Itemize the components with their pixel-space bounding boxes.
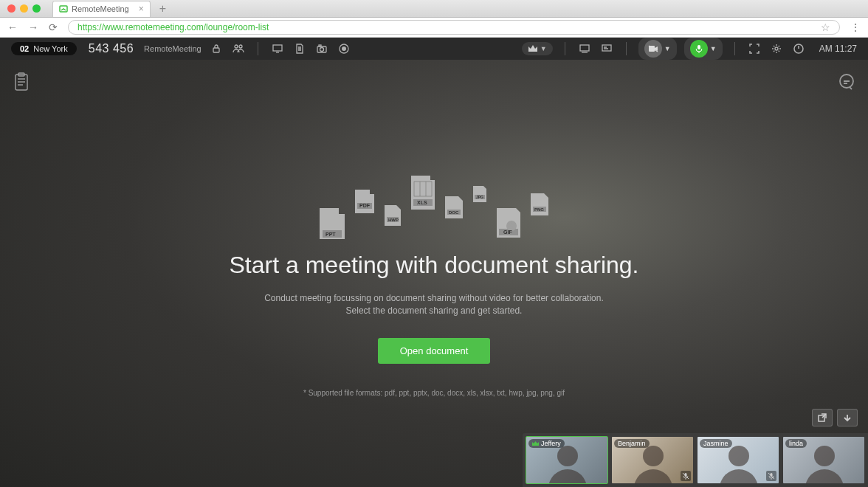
- svg-text:DOC: DOC: [449, 210, 459, 215]
- app-tab-icon: [59, 4, 68, 13]
- file-type-illustration: PPT PDF HWP XLS DOC JPG GIF PNG: [139, 167, 729, 233]
- browser-tab[interactable]: RemoteMeeting ×: [52, 1, 151, 17]
- svg-point-15: [775, 47, 778, 50]
- mic-icon: [695, 44, 703, 53]
- separator: [626, 42, 627, 55]
- record-icon[interactable]: [337, 41, 351, 56]
- clock-time: AM 11:27: [819, 44, 857, 54]
- participant-name: Benjamin: [614, 439, 650, 448]
- crown-dropdown[interactable]: ▼: [522, 42, 553, 55]
- svg-point-42: [643, 446, 664, 466]
- room-name: RemoteMeeting: [144, 44, 202, 53]
- video-toggle[interactable]: ▼: [638, 38, 677, 60]
- window-chrome: RemoteMeeting × +: [0, 0, 868, 18]
- svg-rect-1: [213, 48, 219, 52]
- participant-tile[interactable]: Jasmine: [697, 436, 779, 484]
- address-bar: ← → ⟳ https://www.remotemeeting.com/loun…: [0, 18, 868, 38]
- url-input[interactable]: https://www.remotemeeting.com/lounge/roo…: [68, 20, 840, 35]
- svg-rect-11: [602, 45, 611, 51]
- reload-button[interactable]: ⟳: [49, 21, 58, 33]
- svg-point-3: [239, 45, 242, 48]
- svg-rect-10: [580, 45, 589, 51]
- url-text: https://www.remotemeeting.com/lounge/roo…: [78, 22, 269, 32]
- video-off-icon: [648, 45, 658, 52]
- svg-rect-7: [319, 45, 321, 46]
- muted-icon: [766, 471, 776, 481]
- svg-point-41: [557, 446, 578, 466]
- svg-text:PPT: PPT: [326, 232, 336, 237]
- svg-text:PNG: PNG: [534, 207, 544, 212]
- participant-tile[interactable]: Jeffery: [526, 436, 608, 484]
- maximize-window-button[interactable]: [32, 4, 41, 13]
- participants-icon[interactable]: [231, 41, 246, 56]
- svg-point-45: [728, 446, 749, 466]
- svg-point-6: [320, 48, 323, 52]
- popout-button[interactable]: [812, 409, 833, 426]
- svg-rect-14: [698, 45, 700, 49]
- svg-point-2: [235, 45, 238, 48]
- svg-text:HWP: HWP: [388, 218, 399, 222]
- room-location: New York: [33, 44, 67, 53]
- screen-share-icon[interactable]: [270, 41, 285, 56]
- svg-text:XLS: XLS: [417, 200, 427, 205]
- participant-name: Jasmine: [700, 439, 732, 448]
- host-crown-icon: [532, 441, 539, 446]
- svg-point-9: [342, 46, 346, 51]
- main-content: PPT PDF HWP XLS DOC JPG GIF PNG Start a …: [139, 167, 729, 397]
- mic-toggle[interactable]: ▼: [684, 38, 723, 60]
- room-badge[interactable]: 02 New York: [11, 42, 77, 55]
- minimize-window-button[interactable]: [20, 4, 28, 13]
- browser-menu-button[interactable]: ⋮: [850, 21, 861, 33]
- app-viewport: 02 New York 543 456 RemoteMeeting ▼ ▼: [0, 38, 868, 487]
- participant-tile[interactable]: linda: [782, 436, 865, 484]
- whiteboard-icon[interactable]: [599, 41, 614, 56]
- bookmark-star-icon[interactable]: ☆: [821, 21, 830, 33]
- room-count: 02: [20, 44, 29, 53]
- muted-icon: [681, 471, 691, 481]
- separator: [258, 42, 258, 55]
- new-tab-button[interactable]: +: [159, 2, 166, 15]
- bottom-actions: [812, 409, 858, 426]
- participant-tile[interactable]: Benjamin: [611, 436, 694, 484]
- svg-text:JPG: JPG: [476, 195, 483, 199]
- participant-name: linda: [785, 439, 807, 448]
- svg-text:GIF: GIF: [503, 229, 512, 235]
- svg-text:PDF: PDF: [359, 203, 371, 208]
- back-button[interactable]: ←: [7, 21, 18, 33]
- collapse-button[interactable]: [837, 409, 858, 426]
- open-document-button[interactable]: Open document: [378, 338, 491, 364]
- page-subtitle: Conduct meeting focussing on document sh…: [139, 292, 729, 317]
- separator: [565, 42, 565, 55]
- chat-panel-button[interactable]: [836, 71, 858, 93]
- settings-icon[interactable]: [769, 41, 784, 56]
- document-icon[interactable]: [292, 41, 307, 56]
- lock-icon[interactable]: [209, 41, 224, 56]
- camera-icon[interactable]: [314, 41, 329, 56]
- fullscreen-icon[interactable]: [747, 41, 762, 56]
- tab-title: RemoteMeeting: [72, 4, 129, 13]
- app-topbar: 02 New York 543 456 RemoteMeeting ▼ ▼: [0, 38, 868, 60]
- separator: [734, 42, 735, 55]
- clipboard-panel-button[interactable]: [10, 71, 32, 93]
- participant-name: Jeffery: [528, 439, 565, 448]
- forward-button[interactable]: →: [28, 21, 38, 33]
- svg-point-48: [814, 446, 835, 466]
- crown-icon: [528, 44, 538, 53]
- svg-rect-4: [273, 45, 282, 51]
- monitor-icon[interactable]: [577, 41, 592, 56]
- page-title: Start a meeting with document sharing.: [139, 252, 729, 279]
- close-window-button[interactable]: [7, 4, 16, 13]
- exit-icon[interactable]: [791, 41, 806, 56]
- room-id: 543 456: [89, 42, 134, 55]
- supported-formats-text: * Supported file formats: pdf, ppt, pptx…: [139, 389, 729, 397]
- close-tab-button[interactable]: ×: [139, 4, 144, 14]
- participants-strip: JefferyBenjaminJasminelinda: [523, 433, 868, 487]
